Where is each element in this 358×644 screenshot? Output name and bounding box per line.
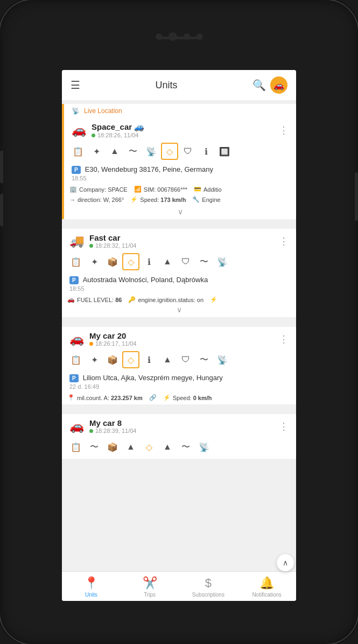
top-bar-actions: 🔍 🚗 <box>252 76 287 94</box>
nav-subscriptions-icon: $ <box>205 576 212 590</box>
company-icon: 🏢 <box>69 186 77 193</box>
mileage-icon: 📍 <box>67 394 75 401</box>
action-info-f[interactable]: ℹ <box>141 253 158 270</box>
more-options-icon[interactable]: ⋮ <box>279 124 289 136</box>
scroll-top-button[interactable]: ∧ <box>277 554 294 571</box>
action-shield-f[interactable]: 🛡 <box>177 253 194 270</box>
action-live[interactable]: 📡 <box>143 143 160 160</box>
action-box-20[interactable]: 📦 <box>104 351 121 368</box>
collapse-button[interactable]: ∨ <box>64 206 296 219</box>
unit-meta-space-car: Space_car 🚙 18:28:26, 11/04 <box>92 122 144 138</box>
action-geofence[interactable]: ◇ <box>161 143 178 160</box>
action-path[interactable]: 〜 <box>124 143 142 160</box>
action-report[interactable]: 📋 <box>69 143 87 160</box>
live-location-banner: 📡 Live Location <box>64 104 296 118</box>
more-options-icon-fast[interactable]: ⋮ <box>279 235 289 247</box>
divider-2 <box>62 320 296 324</box>
unit-info-fast-car: 🚚 Fast car 18:28:32, 11/04 <box>69 233 136 249</box>
unit-details-fast-car: 🚗 FUEL LEVEL: 86 🔑 engine.ignition.statu… <box>62 294 296 304</box>
nav-notifications[interactable]: 🔔 Notifications <box>237 572 296 601</box>
link-icon: 🔗 <box>149 394 157 401</box>
unit-info-my-car-8: 🚗 My car 8 18:28:39, 11/04 <box>69 418 136 434</box>
action-report-20[interactable]: 📋 <box>67 351 85 368</box>
more-options-icon-8[interactable]: ⋮ <box>279 421 289 432</box>
action-geofence-8[interactable]: ◇ <box>141 438 158 456</box>
parking-badge-fast: P <box>69 276 79 284</box>
stat-speed: ⚡ Speed: 173 km/h <box>130 196 186 203</box>
ignition-icon: 🔑 <box>128 296 136 303</box>
action-report-8[interactable]: 📋 <box>67 438 85 456</box>
action-path-8[interactable]: 〜 <box>177 438 194 456</box>
action-navigate-20[interactable]: ▲ <box>159 351 176 368</box>
menu-icon[interactable]: ☰ <box>71 79 80 92</box>
action-navigate-f[interactable]: ▲ <box>159 253 176 270</box>
action-path-f[interactable]: 〜 <box>195 253 213 270</box>
unit-stats-space-car: → direction: W, 266° ⚡ Speed: 173 km/h 🔧… <box>64 194 296 206</box>
unit-info-my-car-20: 🚗 My car 20 18:26:17, 11/04 <box>69 331 136 347</box>
detail-fuel: 🚗 FUEL LEVEL: 86 <box>67 296 122 303</box>
action-info[interactable]: ℹ <box>198 143 215 160</box>
action-shield[interactable]: 🛡 <box>179 143 196 160</box>
action-route-8[interactable]: 〜 <box>86 438 103 456</box>
unit-actions-fast-car: 📋 ✦ 📦 ◇ ℹ ▲ 🛡 〜 📡 <box>62 251 296 274</box>
stat-link: 🔗 <box>149 394 157 401</box>
units-list: 📡 Live Location 🚗 Space_car 🚙 18:28:26, … <box>62 101 296 571</box>
stat-mileage: 📍 mil.count. A: 223.257 km <box>67 394 143 401</box>
unit-actions-my-car-20: 📋 ✦ 📦 ◇ ℹ ▲ 🛡 〜 📡 <box>62 349 296 372</box>
action-info-20[interactable]: ℹ <box>141 351 158 368</box>
unit-stats-my-car-20: 📍 mil.count. A: 223.257 km 🔗 ⚡ Speed: 0 … <box>62 392 296 404</box>
action-shield-8[interactable]: ▲ <box>159 438 176 456</box>
nav-trips-icon: ✂️ <box>143 576 157 590</box>
action-live-20[interactable]: 📡 <box>214 351 231 368</box>
parking-badge-20: P <box>69 374 79 382</box>
unit-card-fast-car: 🚚 Fast car 18:28:32, 11/04 ⋮ 📋 ✦ <box>62 229 296 317</box>
action-box-8[interactable]: 📦 <box>104 438 121 456</box>
phone-frame: ☰ Units 🔍 🚗 📡 Live Location 🚗 <box>0 0 358 644</box>
bottom-nav: 📍 Units ✂️ Trips $ Subscriptions 🔔 Notif… <box>62 571 296 601</box>
divider-3 <box>62 408 296 411</box>
action-live-8[interactable]: 📡 <box>195 438 213 456</box>
status-dot <box>92 134 95 137</box>
action-report-f[interactable]: 📋 <box>67 253 85 270</box>
action-route[interactable]: ✦ <box>88 143 105 160</box>
unit-header-my-car-8: 🚗 My car 8 18:28:39, 11/04 ⋮ <box>62 414 296 436</box>
sim-icon: 📶 <box>134 186 142 193</box>
unit-card-space-car: 📡 Live Location 🚗 Space_car 🚙 18:28:26, … <box>62 104 296 219</box>
fuel-icon: 🚗 <box>67 296 75 303</box>
parking-badge: P <box>72 166 81 174</box>
unit-header-my-car-20: 🚗 My car 20 18:26:17, 11/04 ⋮ <box>62 327 296 349</box>
detail-extra: ⚡ <box>210 296 217 303</box>
car-icon: 🚗 <box>72 123 86 137</box>
stat-speed-20: ⚡ Speed: 0 km/h <box>163 394 212 401</box>
unit-location-fast-car: P Autostrada Wolności, Poland, Dąbrówka <box>62 274 296 285</box>
action-navigate[interactable]: ▲ <box>106 143 123 160</box>
action-box[interactable]: 🔲 <box>216 143 233 160</box>
action-path-20[interactable]: 〜 <box>195 351 213 368</box>
volume-down-button[interactable] <box>0 151 3 183</box>
avatar[interactable]: 🚗 <box>270 76 287 94</box>
status-dot-fast <box>89 244 93 248</box>
power-button[interactable] <box>355 172 358 221</box>
action-box-f[interactable]: 📦 <box>104 253 121 270</box>
collapse-button-fast[interactable]: ∨ <box>62 304 296 317</box>
search-icon[interactable]: 🔍 <box>252 79 266 92</box>
unit-location-space-car: P E30, Wendeburg 38176, Peine, Germany <box>64 163 296 175</box>
nav-trips[interactable]: ✂️ Trips <box>121 572 179 601</box>
action-live-f[interactable]: 📡 <box>214 253 231 270</box>
action-route-20[interactable]: ✦ <box>86 351 103 368</box>
action-shield-20[interactable]: 🛡 <box>177 351 194 368</box>
unit-meta-my-car-8: My car 8 18:28:39, 11/04 <box>89 418 136 434</box>
card-icon: 💳 <box>194 186 201 193</box>
nav-notifications-icon: 🔔 <box>259 576 274 590</box>
action-navigate-8[interactable]: ▲ <box>122 438 139 456</box>
action-route-f[interactable]: ✦ <box>86 253 103 270</box>
action-geofence-20[interactable]: ◇ <box>122 351 139 368</box>
more-options-icon-20[interactable]: ⋮ <box>279 333 289 345</box>
nav-units[interactable]: 📍 Units <box>62 572 121 601</box>
direction-icon: → <box>69 197 75 203</box>
action-geofence-f[interactable]: ◇ <box>122 253 139 270</box>
nav-subscriptions[interactable]: $ Subscriptions <box>179 572 238 601</box>
purple-car-icon: 🚗 <box>69 332 84 346</box>
avatar-icon: 🚗 <box>273 80 284 90</box>
volume-up-button[interactable] <box>0 194 3 226</box>
